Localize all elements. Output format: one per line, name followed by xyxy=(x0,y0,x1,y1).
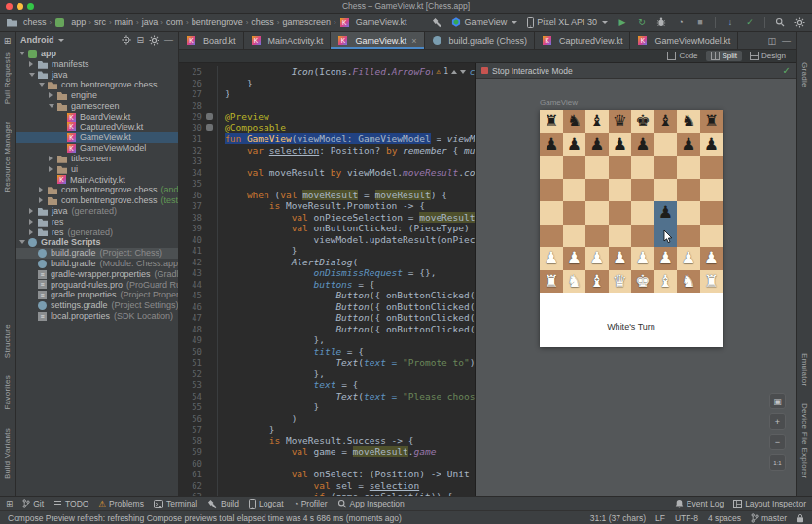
code-line[interactable]: 45 Button({ onButtonClicked(PieceType.Qu… xyxy=(179,290,475,301)
code-line[interactable]: 43 onDismissRequest = {}, xyxy=(179,267,475,279)
board-square[interactable] xyxy=(563,201,586,225)
board-square[interactable]: ♜ xyxy=(540,110,563,133)
tool-stripe-gradle[interactable]: Gradle xyxy=(800,62,809,87)
code-line[interactable]: 26 } xyxy=(179,78,475,89)
board-square[interactable] xyxy=(631,225,654,248)
expand-arrow-icon[interactable] xyxy=(29,206,37,217)
tool-stripe-device-file-explorer[interactable]: Device File Explorer xyxy=(800,403,809,479)
collapse-arrow-icon[interactable] xyxy=(19,237,27,248)
minimize-window-button[interactable] xyxy=(17,3,23,10)
expand-arrow-icon[interactable] xyxy=(39,195,47,206)
board-square[interactable] xyxy=(540,179,563,202)
board-square[interactable]: ♜ xyxy=(540,270,563,294)
indent-widget[interactable]: 4 spaces xyxy=(708,513,741,523)
apply-changes-button[interactable]: ↻ xyxy=(635,16,649,29)
breadcrumb-item[interactable]: KGameView.kt xyxy=(339,17,407,27)
breadcrumb-item[interactable]: bentrengrove xyxy=(192,17,243,27)
board-square[interactable]: ♝ xyxy=(585,110,609,133)
board-square[interactable]: ♝ xyxy=(654,270,678,294)
breadcrumb-item[interactable]: app xyxy=(54,17,86,27)
board-square[interactable] xyxy=(631,156,654,179)
code-line[interactable]: 37 is MoveResult.Promotion -> { xyxy=(179,200,475,212)
tree-item[interactable]: build.gradle(Project: Chess) xyxy=(16,248,178,259)
tree-item[interactable]: KGameViewModel xyxy=(16,143,178,154)
toolwindow-switcher-icon[interactable]: ⊞ xyxy=(6,499,13,508)
board-square[interactable] xyxy=(540,156,563,179)
code-line[interactable]: 34 val moveResult by viewModel.moveResul… xyxy=(179,167,475,179)
expand-arrow-icon[interactable] xyxy=(49,90,56,101)
tool-stripe-structure[interactable]: Structure xyxy=(3,324,12,358)
line-number[interactable]: 61 xyxy=(179,470,206,481)
debug-button[interactable] xyxy=(654,16,668,29)
code-line[interactable]: 32 var selection: Position? by remember … xyxy=(179,145,475,157)
close-tab-icon[interactable]: × xyxy=(411,36,416,46)
tool-stripe-pull-requests[interactable]: Pull Requests xyxy=(3,52,12,104)
code-line[interactable]: 50 title = { xyxy=(179,346,475,358)
settings-button[interactable] xyxy=(793,16,806,29)
board-square[interactable] xyxy=(654,156,678,179)
tree-item[interactable]: engine xyxy=(16,90,178,101)
code-line[interactable]: 41 } xyxy=(179,245,475,257)
board-square[interactable] xyxy=(631,201,654,225)
device-dropdown[interactable]: Pixel XL API 30 xyxy=(525,17,610,28)
board-square[interactable]: ♟ xyxy=(563,133,586,157)
code-line[interactable]: 42 AlertDialog( xyxy=(179,257,475,268)
run-config-dropdown[interactable]: GameView xyxy=(449,17,519,27)
board-square[interactable]: ♞ xyxy=(563,110,586,133)
tree-item[interactable]: res xyxy=(16,217,178,227)
board-square[interactable] xyxy=(700,179,724,202)
code-line[interactable]: 33 xyxy=(179,156,475,167)
board-square[interactable] xyxy=(585,225,609,248)
split-editor-icon[interactable]: ◫ xyxy=(767,36,776,46)
run-button[interactable]: ▶ xyxy=(616,16,629,29)
git-update-button[interactable]: ↓ xyxy=(724,16,737,29)
board-square[interactable] xyxy=(563,225,586,248)
previous-problem-icon[interactable] xyxy=(451,70,457,74)
expand-arrow-icon[interactable] xyxy=(49,154,56,164)
code-line[interactable]: 49 }, xyxy=(179,334,475,346)
caret-position-widget[interactable]: 31:1 (37 chars) xyxy=(590,513,646,523)
code-line[interactable]: 51 Text(text = "Promote to") xyxy=(179,357,475,368)
tree-item[interactable]: Gradle Scripts xyxy=(16,237,178,248)
compose-preview-gutter-icon[interactable] xyxy=(206,113,213,120)
mode-split[interactable]: Split xyxy=(706,51,743,61)
locate-file-icon[interactable] xyxy=(122,35,131,45)
tool-window-app-inspection[interactable]: App Inspection xyxy=(337,499,405,508)
board-square[interactable]: ♜ xyxy=(700,110,724,133)
code-line[interactable]: 54 Text(text = "Please choose a piece ty… xyxy=(179,391,475,402)
tree-item[interactable]: ui xyxy=(16,164,178,175)
collapse-arrow-icon[interactable] xyxy=(39,80,47,90)
line-number[interactable]: 33 xyxy=(179,157,206,168)
build-hammer-icon[interactable] xyxy=(430,16,443,29)
tool-window-problems[interactable]: ⚠Problems xyxy=(98,499,144,508)
board-square[interactable] xyxy=(540,201,563,225)
code-line[interactable]: 44 buttons = { xyxy=(179,279,475,291)
code-line[interactable]: 48 Button({ onButtonClicked(PieceType.Bi… xyxy=(179,324,475,335)
board-square[interactable] xyxy=(654,133,678,157)
tool-stripe-emulator[interactable]: Emulator xyxy=(800,353,809,386)
tool-window-layout-inspector[interactable]: Layout Inspector xyxy=(733,499,806,508)
board-square[interactable] xyxy=(585,179,609,202)
board-square[interactable] xyxy=(677,156,700,179)
code-line[interactable]: 29@Preview xyxy=(179,111,475,122)
line-number[interactable]: 25 xyxy=(179,67,206,79)
tab-mainactivity-kt[interactable]: KMainActivity.kt xyxy=(244,32,332,49)
line-number[interactable]: 27 xyxy=(179,89,206,101)
code-line[interactable]: 59 val game = moveResult.game xyxy=(179,446,475,458)
breadcrumb-item[interactable]: chess xyxy=(6,17,47,27)
tab-capturedview-kt[interactable]: KCapturedView.kt xyxy=(535,32,630,49)
git-commit-button[interactable]: ✓ xyxy=(743,16,757,29)
tab-board-kt[interactable]: KBoard.kt xyxy=(179,32,244,49)
expand-arrow-icon[interactable] xyxy=(29,59,37,70)
search-everywhere-button[interactable] xyxy=(773,16,787,29)
board-square[interactable]: ♟ xyxy=(700,133,724,157)
line-number[interactable]: 49 xyxy=(179,335,206,347)
zoom-one-to-one-button[interactable]: 1:1 xyxy=(769,454,786,471)
code-line[interactable]: 38 val onPieceSelection = moveResult.onP… xyxy=(179,212,475,224)
tree-item[interactable]: KCapturedView.kt xyxy=(16,122,178,133)
code-line[interactable]: 27} xyxy=(179,88,475,100)
line-number[interactable]: 63 xyxy=(179,492,206,496)
project-view-selector[interactable]: Android xyxy=(20,35,64,45)
tab-gameview-kt[interactable]: KGameView.kt× xyxy=(331,32,424,49)
board-square[interactable]: ♟ xyxy=(609,133,632,157)
